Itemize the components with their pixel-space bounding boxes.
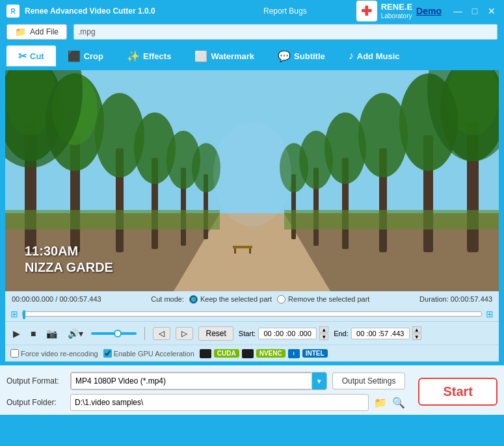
gpu-accel-option[interactable]: Enable GPU Acceleration xyxy=(103,349,194,358)
start-label: Start: xyxy=(239,330,256,337)
volume-handle[interactable] xyxy=(114,330,122,337)
force-reencode-checkbox[interactable] xyxy=(10,349,19,358)
title-bar: R Renee Advanced Video Cutter 1.0.0 Repo… xyxy=(0,0,504,21)
effects-tab-icon: ✨ xyxy=(127,50,140,62)
tab-cut-label: Cut xyxy=(30,51,44,61)
start-time-group: Start: ▲ ▼ xyxy=(239,326,328,340)
logo-brand: RENE.E xyxy=(381,2,412,12)
duration-display: Duration: 00:00:57.443 xyxy=(419,295,492,303)
main-area: 11:30AM NIZZA GARDE 00:00:00.000 / 00:00… xyxy=(0,66,504,365)
end-time-up[interactable]: ▲ xyxy=(412,326,421,333)
toolbar-row: 📁 Add File .mpg xyxy=(0,21,504,43)
keep-selected-option[interactable]: Keep the selected part xyxy=(189,295,272,304)
right-bottom: Start xyxy=(412,372,497,411)
format-select[interactable]: MP4 1080P Video (*.mp4) xyxy=(71,373,312,389)
tab-effects-label: Effects xyxy=(143,51,171,61)
format-label: Output Format: xyxy=(7,376,65,386)
tab-effects[interactable]: ✨ Effects xyxy=(115,46,183,66)
window-controls: — □ ✕ xyxy=(452,6,497,16)
nvenc-badge: NVENC xyxy=(256,349,285,358)
report-bugs-link[interactable]: Report Bugs xyxy=(263,7,307,16)
close-button[interactable]: ✕ xyxy=(486,6,497,16)
add-file-label: Add File xyxy=(30,27,59,36)
logo-text-area: RENE.E Laboratory xyxy=(381,2,412,20)
end-time-spinner: ▲ ▼ xyxy=(412,326,421,340)
force-reencode-label: Force video re-encoding xyxy=(21,350,98,358)
logo-icon: ✚ xyxy=(356,1,377,21)
gpu-accel-checkbox[interactable] xyxy=(103,349,112,358)
volume-slider[interactable] xyxy=(91,332,137,335)
format-row: Output Format: MP4 1080P Video (*.mp4) ▼… xyxy=(7,372,405,390)
minimize-button[interactable]: — xyxy=(452,6,464,16)
folder-label: Output Folder: xyxy=(7,398,65,407)
controls-bar: ▶ ■ 📷 🔊▾ ◁ ▷ Reset Start: ▲ ▼ End: ▲ ▼ xyxy=(5,321,499,345)
divider-1 xyxy=(144,327,145,340)
tab-cut[interactable]: ✂ Cut xyxy=(7,46,56,66)
start-time-input[interactable] xyxy=(258,328,317,339)
gpu-badges: CUDA NVENC i INTEL xyxy=(200,349,328,358)
svg-rect-32 xyxy=(5,210,220,230)
gpu-accel-label: Enable GPU Acceleration xyxy=(114,350,194,358)
title-bar-left: R Renee Advanced Video Cutter 1.0.0 xyxy=(7,5,155,18)
encoding-row: Force video re-encoding Enable GPU Accel… xyxy=(5,345,499,361)
seekbar-handle[interactable] xyxy=(23,310,25,319)
svg-point-34 xyxy=(213,122,291,226)
reset-button[interactable]: Reset xyxy=(198,326,233,341)
tab-crop[interactable]: ⬛ Crop xyxy=(56,46,115,66)
stop-button[interactable]: ■ xyxy=(28,327,38,340)
nav-tabs: ✂ Cut ⬛ Crop ✨ Effects ⬜ Watermark 💬 Sub… xyxy=(0,43,504,66)
maximize-button[interactable]: □ xyxy=(469,6,481,16)
demo-link[interactable]: Demo xyxy=(416,6,442,16)
remove-radio[interactable] xyxy=(277,295,285,304)
tab-watermark-label: Watermark xyxy=(211,51,254,61)
snapshot-button[interactable]: 📷 xyxy=(44,327,60,340)
current-time-display: 00:00:00.000 / 00:00:57.443 xyxy=(12,295,101,303)
volume-dropdown-button[interactable]: 🔊▾ xyxy=(65,327,86,340)
output-settings-button[interactable]: Output Settings xyxy=(332,373,406,389)
end-time-down[interactable]: ▼ xyxy=(412,334,421,340)
force-reencode-option[interactable]: Force video re-encoding xyxy=(10,349,98,358)
tab-subtitle[interactable]: 💬 Subtitle xyxy=(266,46,337,66)
folder-browse-button[interactable]: 📁 xyxy=(374,397,387,409)
start-time-down[interactable]: ▼ xyxy=(319,334,328,340)
left-bottom: Output Format: MP4 1080P Video (*.mp4) ▼… xyxy=(7,372,405,411)
watermark-tab-icon: ⬜ xyxy=(194,50,207,62)
remove-label: Remove the selected part xyxy=(288,295,369,303)
tab-addmusic[interactable]: ♪ Add Music xyxy=(337,46,412,66)
start-time-up[interactable]: ▲ xyxy=(319,326,328,333)
format-select-wrapper[interactable]: MP4 1080P Video (*.mp4) ▼ xyxy=(70,372,327,390)
frame-prev-button[interactable]: ◁ xyxy=(153,327,170,340)
crop-tab-icon: ⬛ xyxy=(68,50,81,62)
svg-point-23 xyxy=(358,93,408,177)
seek-expand-right-icon[interactable]: ⊞ xyxy=(486,309,494,319)
subtitle-tab-icon: 💬 xyxy=(278,50,291,62)
start-button[interactable]: Start xyxy=(418,378,497,406)
bottom-controls: Output Format: MP4 1080P Video (*.mp4) ▼… xyxy=(7,372,497,411)
format-dropdown-button[interactable]: ▼ xyxy=(312,373,326,389)
svg-rect-33 xyxy=(284,210,499,230)
seekbar[interactable] xyxy=(22,311,482,317)
remove-selected-option[interactable]: Remove the selected part xyxy=(277,295,369,304)
play-button[interactable]: ▶ xyxy=(10,327,23,340)
timeline-info-bar: 00:00:00.000 / 00:00:57.443 Cut mode: Ke… xyxy=(5,291,499,307)
add-file-button[interactable]: 📁 Add File xyxy=(7,24,67,40)
bottom-section: Output Format: MP4 1080P Video (*.mp4) ▼… xyxy=(0,365,504,415)
app-icon: R xyxy=(7,5,20,18)
format-value: MP4 1080P Video (*.mp4) xyxy=(75,376,166,386)
keep-radio[interactable] xyxy=(189,295,198,304)
frame-next-button[interactable]: ▷ xyxy=(176,327,193,340)
folder-search-button[interactable]: 🔍 xyxy=(392,397,405,409)
cut-mode-label: Cut mode: xyxy=(151,295,184,303)
seekbar-container: ⊞ ⊞ xyxy=(5,307,499,321)
folder-path-display[interactable]: D:\1.video samples\ xyxy=(70,394,369,411)
folder-row: Output Folder: D:\1.video samples\ 📁 🔍 xyxy=(7,394,405,411)
video-player[interactable]: 11:30AM NIZZA GARDE xyxy=(5,70,499,291)
title-bar-right: Report Bugs ✚ RENE.E Laboratory Demo — □… xyxy=(263,1,497,21)
tab-watermark[interactable]: ⬜ Watermark xyxy=(183,46,266,66)
svg-rect-35 xyxy=(233,246,252,248)
svg-rect-36 xyxy=(234,248,236,254)
seek-expand-left-icon[interactable]: ⊞ xyxy=(10,309,18,319)
svg-rect-37 xyxy=(249,248,251,254)
end-time-input[interactable] xyxy=(351,328,410,339)
start-time-spinner: ▲ ▼ xyxy=(319,326,328,340)
